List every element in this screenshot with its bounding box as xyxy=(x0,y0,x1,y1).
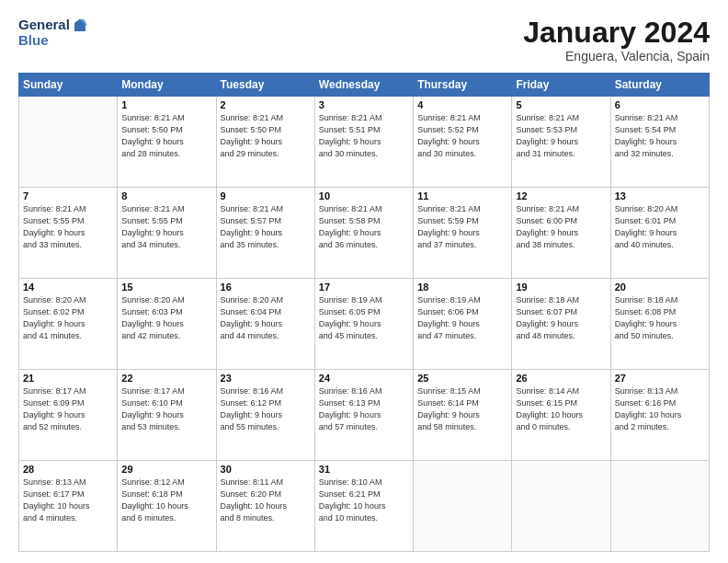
table-row xyxy=(610,461,709,552)
day-number: 14 xyxy=(23,282,113,293)
table-row: 29Sunrise: 8:12 AMSunset: 6:18 PMDayligh… xyxy=(118,461,216,552)
col-thursday: Thursday xyxy=(414,74,512,97)
day-info: Sunrise: 8:15 AMSunset: 6:14 PMDaylight:… xyxy=(417,385,507,433)
table-row: 18Sunrise: 8:19 AMSunset: 6:06 PMDayligh… xyxy=(414,279,512,370)
day-number: 17 xyxy=(319,282,409,293)
day-number: 28 xyxy=(23,464,113,475)
day-info: Sunrise: 8:19 AMSunset: 6:06 PMDaylight:… xyxy=(417,294,507,342)
day-number: 23 xyxy=(221,373,311,384)
table-row: 26Sunrise: 8:14 AMSunset: 6:15 PMDayligh… xyxy=(512,370,610,461)
day-number: 8 xyxy=(121,190,211,201)
table-row: 10Sunrise: 8:21 AMSunset: 5:58 PMDayligh… xyxy=(314,188,413,279)
day-info: Sunrise: 8:21 AMSunset: 5:50 PMDaylight:… xyxy=(221,112,311,160)
week-row-2: 7Sunrise: 8:21 AMSunset: 5:55 PMDaylight… xyxy=(19,188,710,279)
day-info: Sunrise: 8:13 AMSunset: 6:17 PMDaylight:… xyxy=(23,477,113,524)
day-number: 13 xyxy=(615,190,705,201)
day-info: Sunrise: 8:16 AMSunset: 6:12 PMDaylight:… xyxy=(221,385,311,433)
table-row: 2Sunrise: 8:21 AMSunset: 5:50 PMDaylight… xyxy=(216,97,314,188)
title-area: January 2024 Enguera, Valencia, Spain xyxy=(523,17,710,63)
day-number: 9 xyxy=(221,190,311,201)
day-number: 30 xyxy=(221,464,311,475)
calendar: Sunday Monday Tuesday Wednesday Thursday… xyxy=(18,73,710,552)
table-row: 21Sunrise: 8:17 AMSunset: 6:09 PMDayligh… xyxy=(19,370,118,461)
week-row-1: 1Sunrise: 8:21 AMSunset: 5:50 PMDaylight… xyxy=(19,97,710,188)
table-row: 1Sunrise: 8:21 AMSunset: 5:50 PMDaylight… xyxy=(118,97,216,188)
day-number: 19 xyxy=(516,282,606,293)
day-info: Sunrise: 8:21 AMSunset: 5:58 PMDaylight:… xyxy=(319,203,409,251)
table-row: 4Sunrise: 8:21 AMSunset: 5:52 PMDaylight… xyxy=(414,97,512,188)
table-row: 16Sunrise: 8:20 AMSunset: 6:04 PMDayligh… xyxy=(216,279,314,370)
location-subtitle: Enguera, Valencia, Spain xyxy=(523,49,710,63)
table-row: 6Sunrise: 8:21 AMSunset: 5:54 PMDaylight… xyxy=(610,97,709,188)
table-row xyxy=(512,461,610,552)
day-number: 4 xyxy=(417,99,507,110)
day-number: 7 xyxy=(23,190,113,201)
day-info: Sunrise: 8:16 AMSunset: 6:13 PMDaylight:… xyxy=(319,385,409,433)
day-number: 15 xyxy=(121,282,211,293)
day-number: 18 xyxy=(417,282,507,293)
col-monday: Monday xyxy=(118,74,216,97)
table-row: 5Sunrise: 8:21 AMSunset: 5:53 PMDaylight… xyxy=(512,97,610,188)
day-info: Sunrise: 8:13 AMSunset: 6:16 PMDaylight:… xyxy=(615,385,705,433)
day-number: 10 xyxy=(319,190,409,201)
logo: General Blue xyxy=(18,17,88,48)
day-info: Sunrise: 8:21 AMSunset: 5:52 PMDaylight:… xyxy=(417,112,507,160)
table-row: 3Sunrise: 8:21 AMSunset: 5:51 PMDaylight… xyxy=(314,97,413,188)
col-tuesday: Tuesday xyxy=(216,74,314,97)
table-row: 24Sunrise: 8:16 AMSunset: 6:13 PMDayligh… xyxy=(314,370,413,461)
table-row: 27Sunrise: 8:13 AMSunset: 6:16 PMDayligh… xyxy=(610,370,709,461)
day-number: 29 xyxy=(121,464,211,475)
table-row xyxy=(414,461,512,552)
day-number: 1 xyxy=(121,99,211,110)
day-number: 26 xyxy=(516,373,606,384)
day-info: Sunrise: 8:14 AMSunset: 6:15 PMDaylight:… xyxy=(516,385,606,433)
table-row: 13Sunrise: 8:20 AMSunset: 6:01 PMDayligh… xyxy=(610,188,709,279)
table-row: 17Sunrise: 8:19 AMSunset: 6:05 PMDayligh… xyxy=(314,279,413,370)
day-info: Sunrise: 8:21 AMSunset: 5:55 PMDaylight:… xyxy=(121,203,211,251)
table-row: 11Sunrise: 8:21 AMSunset: 5:59 PMDayligh… xyxy=(414,188,512,279)
day-info: Sunrise: 8:21 AMSunset: 5:57 PMDaylight:… xyxy=(221,203,311,251)
table-row: 28Sunrise: 8:13 AMSunset: 6:17 PMDayligh… xyxy=(19,461,118,552)
day-number: 31 xyxy=(319,464,409,475)
day-info: Sunrise: 8:20 AMSunset: 6:01 PMDaylight:… xyxy=(615,203,705,251)
col-saturday: Saturday xyxy=(610,74,709,97)
table-row: 19Sunrise: 8:18 AMSunset: 6:07 PMDayligh… xyxy=(512,279,610,370)
table-row xyxy=(19,97,118,188)
day-info: Sunrise: 8:18 AMSunset: 6:07 PMDaylight:… xyxy=(516,294,606,342)
col-friday: Friday xyxy=(512,74,610,97)
day-info: Sunrise: 8:21 AMSunset: 5:50 PMDaylight:… xyxy=(121,112,211,160)
week-row-3: 14Sunrise: 8:20 AMSunset: 6:02 PMDayligh… xyxy=(19,279,710,370)
table-row: 20Sunrise: 8:18 AMSunset: 6:08 PMDayligh… xyxy=(610,279,709,370)
day-info: Sunrise: 8:21 AMSunset: 6:00 PMDaylight:… xyxy=(516,203,606,251)
day-info: Sunrise: 8:10 AMSunset: 6:21 PMDaylight:… xyxy=(319,477,409,524)
day-number: 11 xyxy=(417,190,507,201)
day-info: Sunrise: 8:17 AMSunset: 6:09 PMDaylight:… xyxy=(23,385,113,433)
day-number: 12 xyxy=(516,190,606,201)
table-row: 31Sunrise: 8:10 AMSunset: 6:21 PMDayligh… xyxy=(314,461,413,552)
day-number: 22 xyxy=(121,373,211,384)
table-row: 12Sunrise: 8:21 AMSunset: 6:00 PMDayligh… xyxy=(512,188,610,279)
col-sunday: Sunday xyxy=(19,74,118,97)
day-info: Sunrise: 8:18 AMSunset: 6:08 PMDaylight:… xyxy=(615,294,705,342)
day-number: 16 xyxy=(221,282,311,293)
day-info: Sunrise: 8:19 AMSunset: 6:05 PMDaylight:… xyxy=(319,294,409,342)
logo-blue: Blue xyxy=(18,32,88,48)
table-row: 15Sunrise: 8:20 AMSunset: 6:03 PMDayligh… xyxy=(118,279,216,370)
col-wednesday: Wednesday xyxy=(314,74,413,97)
month-title: January 2024 xyxy=(523,17,710,49)
day-number: 24 xyxy=(319,373,409,384)
day-info: Sunrise: 8:17 AMSunset: 6:10 PMDaylight:… xyxy=(121,385,211,433)
table-row: 14Sunrise: 8:20 AMSunset: 6:02 PMDayligh… xyxy=(19,279,118,370)
day-number: 3 xyxy=(319,99,409,110)
day-number: 20 xyxy=(615,282,705,293)
day-info: Sunrise: 8:20 AMSunset: 6:03 PMDaylight:… xyxy=(121,294,211,342)
day-info: Sunrise: 8:21 AMSunset: 5:55 PMDaylight:… xyxy=(23,203,113,251)
day-info: Sunrise: 8:21 AMSunset: 5:51 PMDaylight:… xyxy=(319,112,409,160)
day-info: Sunrise: 8:20 AMSunset: 6:04 PMDaylight:… xyxy=(221,294,311,342)
table-row: 22Sunrise: 8:17 AMSunset: 6:10 PMDayligh… xyxy=(118,370,216,461)
day-info: Sunrise: 8:21 AMSunset: 5:53 PMDaylight:… xyxy=(516,112,606,160)
day-number: 25 xyxy=(417,373,507,384)
day-number: 21 xyxy=(23,373,113,384)
day-number: 5 xyxy=(516,99,606,110)
table-row: 25Sunrise: 8:15 AMSunset: 6:14 PMDayligh… xyxy=(414,370,512,461)
